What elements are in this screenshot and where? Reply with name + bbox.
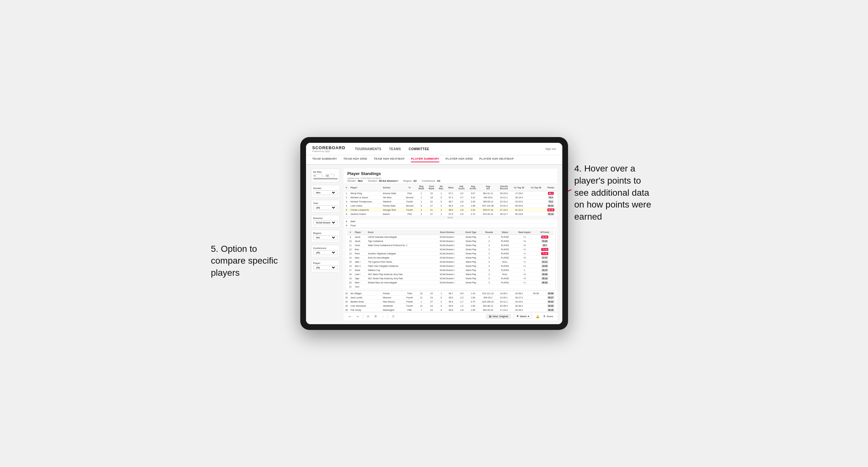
copy-button[interactable]: ⧉ <box>373 314 378 319</box>
conference-select[interactable]: (All) <box>313 250 338 255</box>
sidebar-label-gender: Gender <box>313 187 338 189</box>
td-w-points[interactable]: 66.40 <box>536 281 554 285</box>
logo-text: SCOREBOARD <box>312 145 345 150</box>
nav-tournaments[interactable]: TOURNAMENTS <box>355 147 381 151</box>
points-badge[interactable]: 73.33 <box>541 248 548 251</box>
points-value[interactable]: 66.40 <box>541 281 548 284</box>
cell-points[interactable]: 60.58 <box>545 291 557 295</box>
subnav-player-summary[interactable]: PLAYER SUMMARY <box>411 157 439 162</box>
cell-yr: First <box>403 191 416 195</box>
td-w-points[interactable]: 16.50 <box>536 264 554 268</box>
points-value[interactable]: 46.7 <box>542 244 548 247</box>
points-value[interactable]: 58.49 <box>547 309 554 311</box>
cell-points[interactable]: 70.2 <box>545 199 557 204</box>
cell-points[interactable]: 58.18 <box>545 212 557 216</box>
points-badge[interactable]: 73.33 <box>541 252 548 255</box>
td-w-points[interactable]: 73.33 <box>536 251 554 256</box>
points-value[interactable]: 60.58 <box>547 292 554 295</box>
cell-points[interactable]: 68.54 <box>545 204 557 208</box>
sidebar-no-rds: No Rds. - <box>311 168 340 182</box>
clock-button[interactable]: ⏱ <box>391 314 396 319</box>
division-select[interactable]: NCAA Division I <box>313 220 338 225</box>
subnav-team-h2h-heatmap[interactable]: TEAM H2H HEATMAP <box>374 157 404 162</box>
points-value[interactable]: 80.95 <box>547 305 554 307</box>
points-value[interactable]: 56.18 <box>541 277 548 280</box>
td-rank-impact: +0 <box>513 256 536 260</box>
points-value[interactable]: 16.50 <box>541 264 548 268</box>
player-dropdown[interactable]: (All) <box>315 266 336 269</box>
subnav-team-h2h-grid[interactable]: TEAM H2H GRID <box>343 157 367 162</box>
td-event-div: NCAA Division I <box>434 247 461 251</box>
range-max-input[interactable] <box>326 174 334 178</box>
points-value[interactable]: 76.3 <box>548 196 554 199</box>
points-value[interactable]: 24.11 <box>541 260 548 263</box>
points-value[interactable]: 26.98 <box>541 273 548 276</box>
cell-points[interactable]: 80.27 <box>545 295 557 300</box>
td-w-points[interactable]: 26.98 <box>536 272 554 276</box>
td-w-points[interactable]: 24.11 <box>536 260 554 264</box>
cell-points[interactable]: 60.49 <box>545 208 557 212</box>
td-w-points[interactable]: 30.47 <box>536 268 554 272</box>
points-badge[interactable]: 88.2 <box>548 192 554 195</box>
cell-top50 <box>528 195 545 199</box>
points-value[interactable]: 60.02 <box>547 300 554 303</box>
cell-points[interactable]: 58.49 <box>545 308 557 312</box>
points-badge[interactable]: 60.49 <box>547 209 554 211</box>
td-w-points[interactable]: 56.18 <box>536 276 554 281</box>
year-dropdown[interactable]: (All) <box>315 206 336 209</box>
refresh-button[interactable]: ⟳ <box>366 314 371 319</box>
cell-points[interactable]: 60.02 <box>545 300 557 304</box>
td-status: PLAYED <box>497 243 513 247</box>
range-min-input[interactable] <box>313 174 322 178</box>
share-button[interactable]: ⬆ Share <box>543 315 553 318</box>
td-player: Matt I <box>354 281 367 285</box>
td-event <box>367 285 553 289</box>
td-w-points[interactable]: 57.57 <box>536 256 554 260</box>
cell-player: Ian Gilligan <box>350 291 382 295</box>
points-value[interactable]: 80.27 <box>547 296 554 299</box>
td-w-points[interactable]: 53.60 <box>536 239 554 243</box>
points-value[interactable]: 53.60 <box>541 240 548 243</box>
points-value[interactable]: 68.54 <box>547 204 554 207</box>
gender-select[interactable]: Men Women <box>313 190 338 195</box>
range-slider[interactable] <box>313 179 338 179</box>
filter-region: Region: All <box>403 180 416 182</box>
undo-button[interactable]: ↩ <box>347 314 352 319</box>
region-dropdown[interactable]: N/A <box>315 236 336 239</box>
subnav-player-h2h-grid[interactable]: PLAYER H2H GRID <box>446 157 473 162</box>
points-value[interactable]: 30.47 <box>541 269 548 272</box>
td-event-type: Stroke Play <box>461 281 481 285</box>
td-w-points[interactable]: 73.33 <box>536 247 554 251</box>
td-w-points[interactable]: 52.64 <box>536 235 554 239</box>
year-select[interactable]: (All) <box>313 205 338 210</box>
gender-dropdown[interactable]: Men Women <box>315 191 336 194</box>
player-select[interactable]: (All) <box>313 265 338 270</box>
view-original-button[interactable]: ▤ View: Original <box>486 314 511 319</box>
col-rds: NoRds. <box>437 184 446 191</box>
nav-committee[interactable]: COMMITTEE <box>409 147 429 151</box>
cell-points[interactable]: 80.95 <box>545 304 557 308</box>
nav-teams[interactable]: TEAMS <box>389 147 401 151</box>
division-dropdown[interactable]: NCAA Division I <box>315 221 336 224</box>
cell-points[interactable]: 88.2 <box>545 191 557 195</box>
td-event-type: Match Play <box>461 268 481 272</box>
points-value[interactable]: 58.18 <box>547 213 554 216</box>
dots-button[interactable]: ··· <box>380 314 385 319</box>
cell-top25: 63-54-6 <box>511 204 528 208</box>
points-value[interactable]: 70.2 <box>548 200 554 203</box>
cell-points[interactable]: 76.3 <box>545 195 557 199</box>
conference-dropdown[interactable]: (All) <box>315 251 336 254</box>
td-w-points[interactable]: 46.7 <box>536 243 554 247</box>
region-select[interactable]: N/A <box>313 235 338 240</box>
points-value[interactable]: 57.57 <box>541 256 548 259</box>
cell-player: Wenyi Ding <box>350 191 382 195</box>
sign-out-link[interactable]: Sign out <box>545 147 556 151</box>
subnav-player-h2h-heatmap[interactable]: PLAYER H2H HEATMAP <box>479 157 514 162</box>
standings-table-container: # Player School Yr RegRank ConfRank NoRd… <box>344 184 557 312</box>
cell-reg-rank: 2 <box>416 208 427 212</box>
subnav-team-summary[interactable]: TEAM SUMMARY <box>312 157 337 162</box>
points-badge[interactable]: 52.64 <box>541 236 548 239</box>
redo-button[interactable]: ↪ <box>355 314 360 319</box>
watch-button[interactable]: 👁 Watch ▾ <box>514 314 532 319</box>
alert-button[interactable]: 🔔 <box>534 314 540 319</box>
